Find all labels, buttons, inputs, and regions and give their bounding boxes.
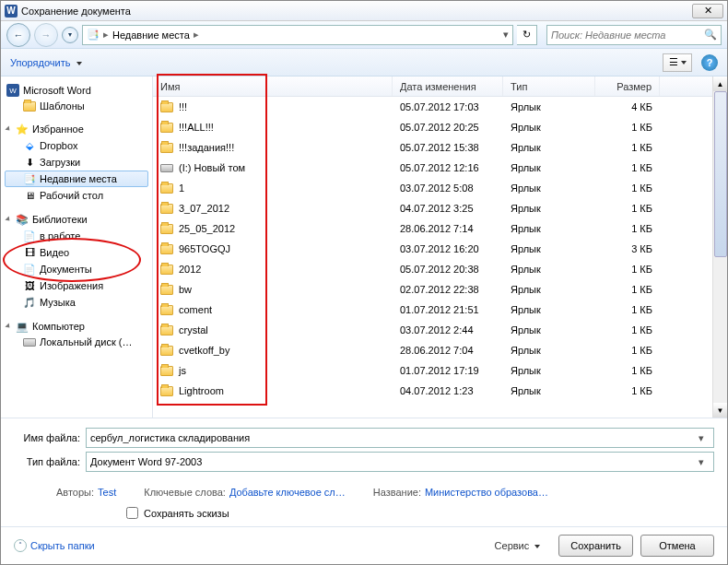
search-icon[interactable]: 🔍 [704, 29, 717, 41]
expand-icon [5, 216, 11, 222]
column-header-type[interactable]: Тип [503, 77, 595, 96]
doc-title-value[interactable]: Министерство образова… [425, 487, 548, 498]
filename-label: Имя файла: [14, 432, 86, 443]
computer-icon: 💻 [16, 320, 29, 333]
sidebar-item-music[interactable]: 🎵Музыка [5, 294, 148, 311]
filename-field[interactable]: ▾ [86, 428, 714, 448]
scroll-thumb[interactable] [714, 91, 727, 257]
search-box[interactable]: 🔍 [546, 25, 722, 45]
column-header-date[interactable]: Дата изменения [393, 77, 503, 96]
desktop-icon: 🖥 [23, 189, 36, 202]
scroll-down-button[interactable]: ▼ [713, 403, 727, 418]
recent-locations-dropdown[interactable]: ▾ [62, 27, 78, 43]
folder-icon [160, 366, 173, 376]
file-type: Ярлык [503, 385, 595, 396]
sidebar-word[interactable]: WMicrosoft Word [5, 82, 148, 99]
sidebar-item-local-disk[interactable]: Локальный диск (… [5, 335, 148, 349]
save-thumbnails-checkbox[interactable] [126, 507, 138, 519]
sidebar-item-videos[interactable]: 🎞Видео [5, 244, 148, 261]
address-bar[interactable]: 📑 ▸ Недавние места ▸ ▾ [82, 25, 513, 45]
filetype-value[interactable] [90, 456, 693, 467]
filetype-field[interactable]: ▾ [86, 452, 714, 472]
file-row[interactable]: crystal03.07.2012 2:44Ярлык1 КБ [153, 320, 727, 340]
sidebar-libraries[interactable]: 📚Библиотеки [5, 211, 148, 228]
file-name: coment [179, 304, 212, 315]
view-options-button[interactable]: ☰ [663, 53, 692, 72]
file-row[interactable]: !!!задания!!!05.07.2012 15:38Ярлык1 КБ [153, 137, 727, 158]
file-size: 1 КБ [595, 304, 660, 315]
path-segment[interactable]: Недавние места [112, 29, 190, 41]
file-name: 2012 [179, 264, 201, 275]
star-icon: ⭐ [16, 123, 29, 135]
file-name: 3_07_2012 [179, 203, 229, 214]
sidebar-item-recent-places[interactable]: 📑Недавние места [5, 171, 148, 187]
filename-input[interactable] [90, 432, 693, 443]
file-date: 05.07.2012 15:38 [393, 142, 503, 153]
folder-icon [160, 102, 173, 112]
file-row[interactable]: bw02.07.2012 22:38Ярлык1 КБ [153, 279, 727, 300]
close-button[interactable]: ✕ [692, 4, 723, 18]
save-button[interactable]: Сохранить [558, 535, 633, 557]
search-input[interactable] [551, 29, 704, 41]
save-form: Имя файла: ▾ Тип файла: ▾ [1, 418, 727, 481]
folder-icon [160, 244, 173, 254]
video-icon: 🎞 [23, 246, 36, 259]
sidebar-item-pictures[interactable]: 🖼Изображения [5, 277, 148, 294]
folder-icon [160, 224, 173, 234]
column-header-name[interactable]: Имя [153, 77, 393, 96]
sidebar-item-desktop[interactable]: 🖥Рабочий стол [5, 187, 148, 204]
file-row[interactable]: 201205.07.2012 20:38Ярлык1 КБ [153, 259, 727, 279]
vertical-scrollbar[interactable]: ▲ ▼ [712, 77, 727, 418]
file-row[interactable]: Lightroom04.07.2012 1:23Ярлык1 КБ [153, 381, 727, 401]
sidebar-item-inwork[interactable]: 📄в работе [5, 228, 148, 244]
file-size: 1 КБ [595, 385, 660, 396]
folder-icon [23, 101, 36, 112]
sidebar-templates[interactable]: Шаблоны [5, 99, 148, 113]
file-date: 01.07.2012 21:51 [393, 304, 503, 315]
file-row[interactable]: 965TOGQJ03.07.2012 16:20Ярлык3 КБ [153, 239, 727, 259]
file-row[interactable]: 25_05_201228.06.2012 7:14Ярлык1 КБ [153, 218, 727, 239]
file-row[interactable]: 103.07.2012 5:08Ярлык1 КБ [153, 178, 727, 198]
forward-button[interactable]: → [34, 23, 58, 47]
tools-menu[interactable]: Сервис [495, 540, 541, 551]
file-row[interactable]: cvetkoff_by28.06.2012 7:04Ярлык1 КБ [153, 340, 727, 360]
help-button[interactable]: ? [701, 54, 718, 71]
file-size: 1 КБ [595, 264, 660, 275]
navigation-pane: WMicrosoft Word Шаблоны ⭐Избранное ⬙Drop… [1, 77, 153, 418]
column-header-size[interactable]: Размер [595, 77, 660, 96]
filename-dropdown-icon[interactable]: ▾ [693, 432, 710, 444]
sidebar-favorites[interactable]: ⭐Избранное [5, 121, 148, 137]
filetype-label: Тип файла: [14, 456, 86, 467]
keywords-value[interactable]: Добавьте ключевое сл… [229, 487, 346, 498]
sidebar-item-downloads[interactable]: ⬇Загрузки [5, 154, 148, 171]
sidebar-computer[interactable]: 💻Компьютер [5, 318, 148, 335]
file-name: !!!задания!!! [179, 142, 234, 153]
file-row[interactable]: !!!ALL!!!05.07.2012 20:25Ярлык1 КБ [153, 117, 727, 137]
back-button[interactable]: ← [6, 23, 30, 47]
chevron-down-icon [681, 61, 687, 65]
file-row[interactable]: !!!05.07.2012 17:03Ярлык4 КБ [153, 97, 727, 117]
cancel-button[interactable]: Отмена [640, 535, 714, 557]
filetype-dropdown-icon[interactable]: ▾ [693, 456, 710, 468]
file-type: Ярлык [503, 101, 595, 112]
path-separator-icon[interactable]: ▸ [194, 29, 199, 41]
file-row[interactable]: (I:) Новый том05.07.2012 12:16Ярлык1 КБ [153, 158, 727, 178]
scroll-up-button[interactable]: ▲ [713, 77, 727, 91]
file-size: 1 КБ [595, 324, 660, 335]
organize-menu[interactable]: Упорядочить [10, 57, 82, 68]
file-size: 1 КБ [595, 122, 660, 133]
file-type: Ярлык [503, 182, 595, 194]
libraries-icon: 📚 [16, 213, 29, 226]
sidebar-item-dropbox[interactable]: ⬙Dropbox [5, 137, 148, 154]
folder-icon [160, 204, 173, 214]
sidebar-item-documents[interactable]: 📄Документы [5, 261, 148, 277]
address-dropdown-icon[interactable]: ▾ [503, 29, 509, 41]
close-icon: ✕ [704, 5, 712, 17]
file-rows: !!!05.07.2012 17:03Ярлык4 КБ!!!ALL!!!05.… [153, 97, 727, 418]
file-row[interactable]: js01.07.2012 17:19Ярлык1 КБ [153, 360, 727, 381]
file-row[interactable]: coment01.07.2012 21:51Ярлык1 КБ [153, 300, 727, 320]
authors-value[interactable]: Test [98, 487, 116, 498]
file-row[interactable]: 3_07_201204.07.2012 3:25Ярлык1 КБ [153, 198, 727, 218]
refresh-button[interactable]: ↻ [517, 25, 537, 45]
hide-folders-toggle[interactable]: ˄ Скрыть папки [14, 539, 95, 552]
